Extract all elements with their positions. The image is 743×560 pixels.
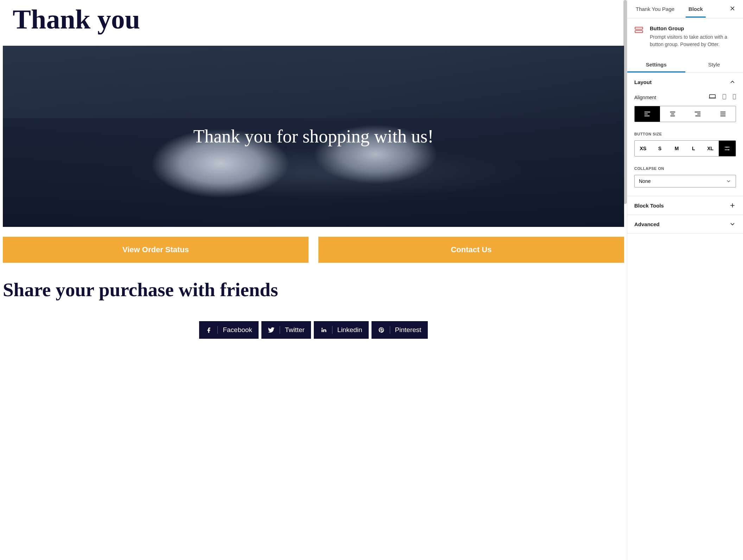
linkedin-button[interactable]: Linkedin [314, 321, 369, 339]
tablet-icon[interactable] [722, 94, 726, 101]
chevron-down-icon [729, 221, 736, 228]
svg-rect-3 [723, 94, 726, 99]
chevron-up-icon [729, 78, 736, 85]
mobile-icon[interactable] [733, 94, 736, 101]
close-sidebar-button[interactable] [728, 4, 737, 15]
size-custom[interactable] [719, 141, 736, 156]
view-order-status-button[interactable]: View Order Status [3, 237, 309, 263]
contact-us-button[interactable]: Contact Us [318, 237, 624, 263]
tab-style[interactable]: Style [685, 57, 743, 72]
svg-rect-4 [733, 94, 736, 99]
block-tools-header[interactable]: Block Tools [627, 196, 743, 215]
size-xs[interactable]: XS [635, 141, 652, 156]
size-m[interactable]: M [668, 141, 685, 156]
advanced-panel: Advanced [627, 215, 743, 234]
svg-rect-1 [635, 31, 643, 32]
collapse-on-select[interactable]: None [634, 175, 736, 187]
svg-point-5 [726, 147, 728, 148]
block-info: Button Group Prompt visitors to take act… [627, 18, 743, 57]
align-center-button[interactable] [660, 106, 685, 122]
collapse-on-label: COLLAPSE ON [634, 166, 736, 171]
button-group-icon [634, 25, 643, 34]
svg-point-6 [728, 149, 729, 150]
sidebar-tabs: Thank You Page Block [627, 0, 743, 18]
secondary-tabs: Settings Style [627, 57, 743, 73]
pinterest-button[interactable]: Pinterest [372, 321, 428, 339]
plus-icon [729, 202, 736, 209]
size-l[interactable]: L [685, 141, 702, 156]
desktop-icon[interactable] [709, 94, 716, 101]
hero-text[interactable]: Thank you for shopping with us! [193, 126, 433, 147]
advanced-header[interactable]: Advanced [627, 215, 743, 233]
social-label: Twitter [285, 326, 305, 334]
tab-thank-you-page[interactable]: Thank You Page [633, 1, 677, 18]
social-buttons-block[interactable]: Facebook Twitter Linkedin Pinterest [3, 321, 624, 339]
social-label: Pinterest [395, 326, 421, 334]
share-heading[interactable]: Share your purchase with friends [3, 279, 624, 301]
facebook-icon [205, 326, 212, 333]
svg-rect-2 [710, 95, 716, 98]
tab-block[interactable]: Block [686, 1, 706, 18]
linkedin-icon [320, 326, 327, 333]
block-name: Button Group [650, 25, 736, 31]
align-justify-button[interactable] [710, 106, 736, 122]
alignment-label: Alignment [634, 95, 656, 100]
block-description: Prompt visitors to take action with a bu… [650, 33, 736, 48]
social-label: Linkedin [337, 326, 362, 334]
button-size-label: BUTTON SIZE [634, 132, 736, 136]
layout-panel: Layout Alignment [627, 73, 743, 196]
responsive-device-toggle [709, 94, 736, 101]
social-label: Facebook [223, 326, 252, 334]
size-s[interactable]: S [652, 141, 668, 156]
block-tools-panel: Block Tools [627, 196, 743, 215]
layout-panel-header[interactable]: Layout [627, 73, 743, 91]
hero-image-block[interactable]: Thank you for shopping with us! [3, 46, 624, 227]
size-xl[interactable]: XL [702, 141, 719, 156]
pinterest-icon [378, 326, 385, 333]
align-left-button[interactable] [635, 106, 660, 122]
button-size-segmented: XS S M L XL [634, 140, 736, 157]
twitter-button[interactable]: Twitter [261, 321, 311, 339]
sliders-icon [724, 145, 730, 152]
editor-canvas: Thank you Thank you for shopping with us… [0, 0, 627, 560]
settings-sidebar: Thank You Page Block Button Group Prompt… [627, 0, 743, 560]
align-right-button[interactable] [685, 106, 711, 122]
svg-rect-0 [635, 27, 643, 29]
button-group-block[interactable]: View Order Status Contact Us [3, 237, 624, 263]
chevron-down-icon [726, 178, 731, 184]
twitter-icon [268, 326, 275, 333]
alignment-segmented [634, 106, 736, 122]
facebook-button[interactable]: Facebook [199, 321, 258, 339]
tab-settings[interactable]: Settings [627, 57, 685, 72]
page-title[interactable]: Thank you [13, 4, 624, 35]
